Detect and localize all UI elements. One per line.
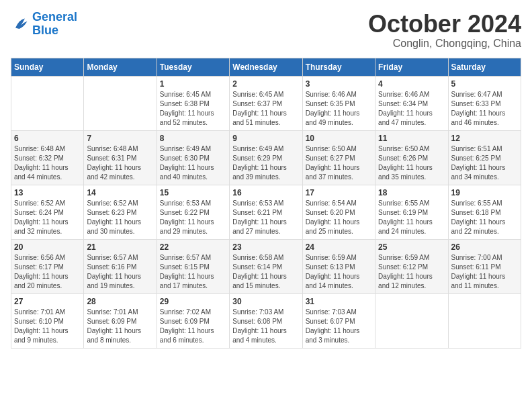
day-info: Sunrise: 6:56 AMSunset: 6:17 PMDaylight:… <box>14 253 81 291</box>
col-wednesday: Wednesday <box>230 58 302 76</box>
day-info: Sunrise: 6:53 AMSunset: 6:21 PMDaylight:… <box>232 199 299 236</box>
day-info: Sunrise: 7:03 AMSunset: 6:07 PMDaylight:… <box>306 308 372 345</box>
day-cell: 29Sunrise: 7:02 AMSunset: 6:09 PMDayligh… <box>157 293 229 348</box>
day-info: Sunrise: 6:48 AMSunset: 6:32 PMDaylight:… <box>14 144 81 182</box>
day-cell: 20Sunrise: 6:56 AMSunset: 6:17 PMDayligh… <box>11 239 84 293</box>
day-info: Sunrise: 6:55 AMSunset: 6:18 PMDaylight:… <box>451 199 518 236</box>
day-info: Sunrise: 6:45 AMSunset: 6:38 PMDaylight:… <box>160 90 226 128</box>
day-info: Sunrise: 6:46 AMSunset: 6:34 PMDaylight:… <box>378 90 445 128</box>
day-number: 21 <box>87 242 153 252</box>
day-info: Sunrise: 6:57 AMSunset: 6:15 PMDaylight:… <box>160 253 226 291</box>
calendar-body: 1Sunrise: 6:45 AMSunset: 6:38 PMDaylight… <box>11 76 521 348</box>
day-number: 27 <box>14 297 81 306</box>
day-number: 4 <box>378 79 445 89</box>
day-cell: 17Sunrise: 6:54 AMSunset: 6:20 PMDayligh… <box>302 185 375 239</box>
day-cell: 16Sunrise: 6:53 AMSunset: 6:21 PMDayligh… <box>230 185 302 239</box>
day-number: 24 <box>306 242 372 252</box>
day-number: 20 <box>14 242 81 252</box>
day-info: Sunrise: 6:49 AMSunset: 6:30 PMDaylight:… <box>160 144 226 182</box>
day-cell <box>448 293 521 348</box>
day-cell: 24Sunrise: 6:59 AMSunset: 6:13 PMDayligh… <box>302 239 375 293</box>
logo-text: General Blue <box>32 11 77 38</box>
day-number: 6 <box>14 134 81 143</box>
col-thursday: Thursday <box>302 58 375 76</box>
day-cell: 25Sunrise: 6:59 AMSunset: 6:12 PMDayligh… <box>375 239 448 293</box>
week-row-2: 6Sunrise: 6:48 AMSunset: 6:32 PMDaylight… <box>11 130 521 185</box>
day-number: 29 <box>160 297 226 306</box>
day-cell: 31Sunrise: 7:03 AMSunset: 6:07 PMDayligh… <box>302 293 375 348</box>
week-row-4: 20Sunrise: 6:56 AMSunset: 6:17 PMDayligh… <box>11 239 521 293</box>
day-cell: 6Sunrise: 6:48 AMSunset: 6:32 PMDaylight… <box>11 130 84 185</box>
page-header: General Blue October 2024 Conglin, Chong… <box>11 11 521 50</box>
col-monday: Monday <box>84 58 157 76</box>
day-info: Sunrise: 6:46 AMSunset: 6:35 PMDaylight:… <box>306 90 372 128</box>
day-info: Sunrise: 6:48 AMSunset: 6:31 PMDaylight:… <box>87 144 153 182</box>
day-info: Sunrise: 6:59 AMSunset: 6:13 PMDaylight:… <box>306 253 372 291</box>
day-number: 18 <box>378 188 445 197</box>
week-row-3: 13Sunrise: 6:52 AMSunset: 6:24 PMDayligh… <box>11 185 521 239</box>
day-number: 16 <box>232 188 299 197</box>
day-number: 25 <box>378 242 445 252</box>
day-info: Sunrise: 6:58 AMSunset: 6:14 PMDaylight:… <box>232 253 299 291</box>
day-number: 1 <box>160 79 226 89</box>
day-number: 28 <box>87 297 153 306</box>
day-number: 30 <box>232 297 299 306</box>
day-number: 9 <box>232 134 299 143</box>
day-cell: 30Sunrise: 7:03 AMSunset: 6:08 PMDayligh… <box>230 293 302 348</box>
title-block: October 2024 Conglin, Chongqing, China <box>368 11 521 50</box>
day-info: Sunrise: 6:53 AMSunset: 6:22 PMDaylight:… <box>160 199 226 236</box>
day-info: Sunrise: 6:55 AMSunset: 6:19 PMDaylight:… <box>378 199 445 236</box>
day-cell: 9Sunrise: 6:49 AMSunset: 6:29 PMDaylight… <box>230 130 302 185</box>
day-number: 10 <box>306 134 372 143</box>
day-cell: 23Sunrise: 6:58 AMSunset: 6:14 PMDayligh… <box>230 239 302 293</box>
day-cell: 5Sunrise: 6:47 AMSunset: 6:33 PMDaylight… <box>448 76 521 130</box>
day-cell: 2Sunrise: 6:45 AMSunset: 6:37 PMDaylight… <box>230 76 302 130</box>
day-cell: 11Sunrise: 6:50 AMSunset: 6:26 PMDayligh… <box>375 130 448 185</box>
day-info: Sunrise: 6:47 AMSunset: 6:33 PMDaylight:… <box>451 90 518 128</box>
col-saturday: Saturday <box>448 58 521 76</box>
day-cell: 10Sunrise: 6:50 AMSunset: 6:27 PMDayligh… <box>302 130 375 185</box>
week-row-1: 1Sunrise: 6:45 AMSunset: 6:38 PMDaylight… <box>11 76 521 130</box>
day-number: 15 <box>160 188 226 197</box>
day-info: Sunrise: 7:00 AMSunset: 6:11 PMDaylight:… <box>451 253 518 291</box>
day-info: Sunrise: 7:01 AMSunset: 6:10 PMDaylight:… <box>14 308 81 345</box>
day-info: Sunrise: 6:57 AMSunset: 6:16 PMDaylight:… <box>87 253 153 291</box>
day-number: 13 <box>14 188 81 197</box>
col-tuesday: Tuesday <box>157 58 229 76</box>
day-cell: 15Sunrise: 6:53 AMSunset: 6:22 PMDayligh… <box>157 185 229 239</box>
calendar-title: October 2024 <box>368 11 521 38</box>
day-info: Sunrise: 6:50 AMSunset: 6:26 PMDaylight:… <box>378 144 445 182</box>
day-cell: 18Sunrise: 6:55 AMSunset: 6:19 PMDayligh… <box>375 185 448 239</box>
day-cell: 27Sunrise: 7:01 AMSunset: 6:10 PMDayligh… <box>11 293 84 348</box>
day-cell: 12Sunrise: 6:51 AMSunset: 6:25 PMDayligh… <box>448 130 521 185</box>
calendar-header: Sunday Monday Tuesday Wednesday Thursday… <box>11 58 521 76</box>
calendar-subtitle: Conglin, Chongqing, China <box>368 38 521 50</box>
day-info: Sunrise: 7:01 AMSunset: 6:09 PMDaylight:… <box>87 308 153 345</box>
calendar-table: Sunday Monday Tuesday Wednesday Thursday… <box>11 58 521 349</box>
day-cell: 22Sunrise: 6:57 AMSunset: 6:15 PMDayligh… <box>157 239 229 293</box>
day-cell: 28Sunrise: 7:01 AMSunset: 6:09 PMDayligh… <box>84 293 157 348</box>
day-number: 31 <box>306 297 372 306</box>
day-info: Sunrise: 6:49 AMSunset: 6:29 PMDaylight:… <box>232 144 299 182</box>
day-cell: 21Sunrise: 6:57 AMSunset: 6:16 PMDayligh… <box>84 239 157 293</box>
day-info: Sunrise: 6:59 AMSunset: 6:12 PMDaylight:… <box>378 253 445 291</box>
day-cell: 8Sunrise: 6:49 AMSunset: 6:30 PMDaylight… <box>157 130 229 185</box>
day-cell: 13Sunrise: 6:52 AMSunset: 6:24 PMDayligh… <box>11 185 84 239</box>
day-number: 19 <box>451 188 518 197</box>
day-info: Sunrise: 6:45 AMSunset: 6:37 PMDaylight:… <box>232 90 299 128</box>
day-number: 14 <box>87 188 153 197</box>
col-friday: Friday <box>375 58 448 76</box>
day-number: 22 <box>160 242 226 252</box>
col-sunday: Sunday <box>11 58 84 76</box>
day-info: Sunrise: 6:52 AMSunset: 6:23 PMDaylight:… <box>87 199 153 236</box>
day-cell: 19Sunrise: 6:55 AMSunset: 6:18 PMDayligh… <box>448 185 521 239</box>
day-info: Sunrise: 7:03 AMSunset: 6:08 PMDaylight:… <box>232 308 299 345</box>
day-cell: 3Sunrise: 6:46 AMSunset: 6:35 PMDaylight… <box>302 76 375 130</box>
logo-line1: General <box>32 10 77 24</box>
logo-icon <box>11 15 30 34</box>
day-number: 26 <box>451 242 518 252</box>
week-row-5: 27Sunrise: 7:01 AMSunset: 6:10 PMDayligh… <box>11 293 521 348</box>
logo: General Blue <box>11 11 77 38</box>
day-info: Sunrise: 6:50 AMSunset: 6:27 PMDaylight:… <box>306 144 372 182</box>
day-number: 8 <box>160 134 226 143</box>
